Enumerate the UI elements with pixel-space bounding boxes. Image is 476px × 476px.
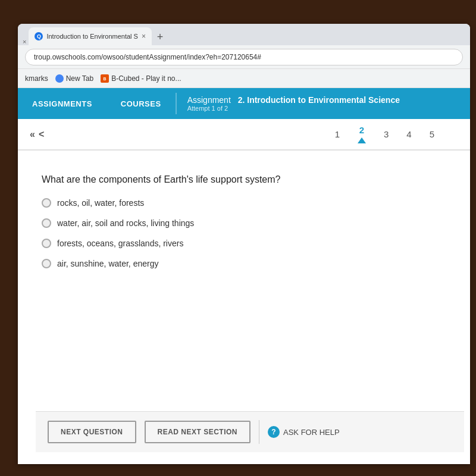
nav-arrows: « < (30, 129, 44, 140)
bcubed-icon: B (101, 74, 109, 83)
bookmark-new-tab[interactable]: New Tab (55, 74, 93, 83)
bookmarks-bar: kmarks New Tab B B-Cubed - Play it no... (18, 69, 470, 88)
nav-assignment-info: Assignment 2. Introduction to Environmen… (177, 88, 470, 119)
bookmark-bcubed[interactable]: B B-Cubed - Play it no... (101, 74, 181, 83)
ask-for-help-label: ASK FOR HELP (283, 428, 340, 437)
answer-text-2: water, air, soil and rocks, living thing… (57, 218, 194, 228)
attempt-label: Attempt 1 of 2 (187, 105, 459, 112)
assignment-title: Assignment 2. Introduction to Environmen… (187, 95, 459, 105)
bookmark-new-tab-label: New Tab (66, 74, 93, 83)
bottom-divider (259, 420, 259, 444)
page-2[interactable]: 2 (358, 125, 366, 143)
answer-text-3: forests, oceans, grasslands, rivers (57, 239, 183, 248)
answer-option-4[interactable]: air, sunshine, water, energy (42, 259, 446, 268)
svg-text:B: B (104, 77, 107, 81)
radio-1[interactable] (42, 198, 51, 208)
page-numbers: 1 2 3 4 5 (335, 125, 458, 143)
svg-point-0 (57, 76, 62, 81)
new-tab-button[interactable]: + (152, 29, 168, 45)
pagination-area: « < 1 2 3 4 5 (18, 119, 470, 151)
page-4[interactable]: 4 (406, 129, 411, 139)
tab-label: Introduction to Environmental S (46, 33, 137, 40)
bookmarks-label: kmarks (25, 74, 48, 83)
question-area: What are the components of Earth's life … (18, 151, 470, 291)
bookmark-bcubed-label: B-Cubed - Play it no... (111, 74, 181, 83)
page-1[interactable]: 1 (335, 129, 340, 139)
nav-courses[interactable]: COURSES (107, 88, 176, 119)
tab-close-left-icon[interactable]: × (23, 38, 26, 45)
help-icon: ? (268, 426, 280, 438)
next-question-button[interactable]: NEXT QUESTION (48, 421, 136, 443)
answer-text-1: rocks, oil, water, forests (57, 198, 144, 208)
active-tab[interactable]: Q Introduction to Environmental S × (29, 27, 152, 45)
active-page-indicator (358, 137, 366, 143)
page-content: ASSIGNMENTS COURSES Assignment 2. Introd… (18, 88, 470, 464)
tab-close-icon[interactable]: × (142, 32, 146, 40)
answer-text-4: air, sunshine, water, energy (57, 259, 158, 268)
new-tab-icon (55, 74, 64, 83)
single-arrow-left[interactable]: < (39, 129, 44, 140)
bottom-bar: NEXT QUESTION READ NEXT SECTION ? ASK FO… (36, 411, 464, 452)
nav-assignments[interactable]: ASSIGNMENTS (18, 88, 107, 119)
answer-option-3[interactable]: forests, oceans, grasslands, rivers (42, 239, 446, 248)
read-next-section-button[interactable]: READ NEXT SECTION (145, 421, 251, 443)
radio-2[interactable] (42, 218, 51, 228)
nav-header: ASSIGNMENTS COURSES Assignment 2. Introd… (18, 88, 470, 119)
page-3[interactable]: 3 (384, 129, 389, 139)
address-input[interactable] (25, 49, 463, 65)
tab-bar: × Q Introduction to Environmental S × + (18, 24, 470, 45)
answer-option-2[interactable]: water, air, soil and rocks, living thing… (42, 218, 446, 228)
radio-4[interactable] (42, 259, 51, 268)
radio-3[interactable] (42, 239, 51, 248)
ask-for-help-button[interactable]: ? ASK FOR HELP (268, 426, 340, 438)
question-text: What are the components of Earth's life … (42, 174, 446, 185)
address-bar (18, 45, 470, 69)
tab-favicon: Q (35, 32, 43, 40)
page-5[interactable]: 5 (430, 129, 434, 139)
answer-option-1[interactable]: rocks, oil, water, forests (42, 198, 446, 208)
double-arrow-left[interactable]: « (30, 129, 35, 140)
